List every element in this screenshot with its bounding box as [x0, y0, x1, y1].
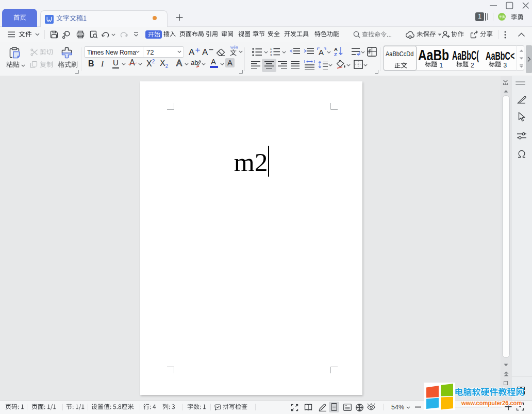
svg-text:www.computer26.com: www.computer26.com [461, 399, 522, 407]
svg-text:A: A [334, 46, 338, 52]
svg-text:3: 3 [270, 54, 272, 56]
svg-text:A: A [319, 48, 324, 57]
svg-text:ab: ab [191, 59, 198, 66]
svg-text:Z: Z [334, 51, 337, 57]
svg-text:A: A [176, 58, 182, 67]
